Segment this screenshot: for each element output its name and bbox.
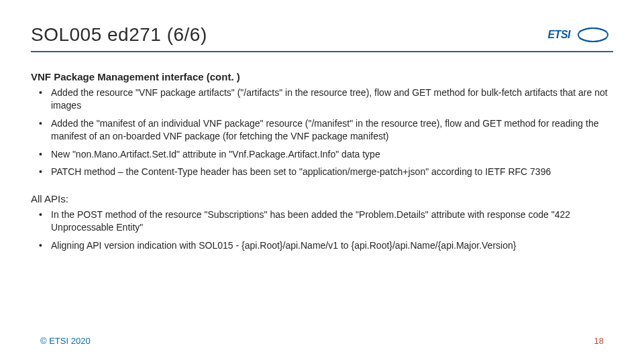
slide-header: SOL005 ed271 (6/6) ETSI [31, 24, 613, 52]
section-all-apis: All APIs: In the POST method of the reso… [31, 193, 613, 252]
copyright-text: © ETSI 2020 [40, 336, 91, 346]
page-number: 18 [594, 336, 604, 346]
list-item: In the POST method of the resource "Subs… [31, 208, 613, 234]
list-item: Aligning API version indication with SOL… [31, 239, 613, 252]
slide-title: SOL005 ed271 (6/6) [31, 24, 207, 46]
globe-swoosh-icon [573, 26, 613, 44]
bullet-list-2: In the POST method of the resource "Subs… [31, 208, 613, 252]
bullet-list-1: Added the resource "VNF package artifact… [31, 86, 613, 178]
etsi-logo: ETSI [547, 26, 613, 44]
section-heading: All APIs: [31, 193, 613, 204]
slide-footer: © ETSI 2020 18 [0, 336, 644, 346]
list-item: Added the resource "VNF package artifact… [31, 86, 613, 112]
section-vnf-package: VNF Package Management interface (cont. … [31, 71, 613, 178]
slide: SOL005 ed271 (6/6) ETSI VNF Package Mana… [0, 0, 644, 362]
section-heading: VNF Package Management interface (cont. … [31, 71, 613, 82]
logo-text: ETSI [547, 29, 570, 41]
list-item: New "non.Mano.Artifact.Set.Id" attribute… [31, 148, 613, 161]
list-item: PATCH method – the Content-Type header h… [31, 166, 613, 178]
list-item: Added the "manifest of an individual VNF… [31, 117, 613, 143]
